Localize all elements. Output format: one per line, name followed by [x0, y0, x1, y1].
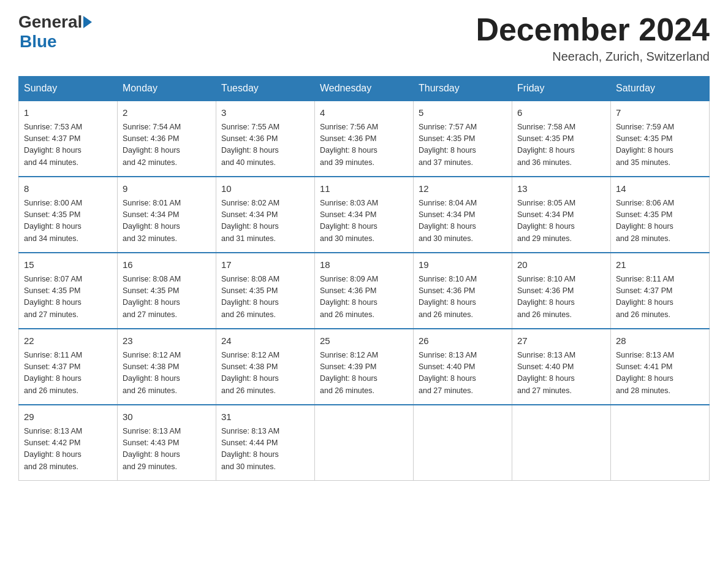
day-number: 18	[320, 258, 408, 272]
logo-blue-text: Blue	[20, 32, 57, 51]
day-cell: 19 Sunrise: 8:10 AM Sunset: 4:36 PM Dayl…	[414, 253, 512, 329]
day-info: Sunrise: 8:11 AM Sunset: 4:37 PM Dayligh…	[24, 350, 112, 397]
logo-arrow-icon	[83, 16, 92, 28]
day-number: 4	[320, 106, 408, 120]
day-info: Sunrise: 8:04 AM Sunset: 4:34 PM Dayligh…	[419, 197, 507, 245]
day-info: Sunrise: 8:08 AM Sunset: 4:35 PM Dayligh…	[123, 274, 211, 321]
day-cell: 12 Sunrise: 8:04 AM Sunset: 4:34 PM Dayl…	[414, 177, 512, 253]
day-number: 21	[616, 258, 704, 272]
day-cell: 13 Sunrise: 8:05 AM Sunset: 4:34 PM Dayl…	[512, 177, 611, 253]
day-number: 28	[616, 334, 704, 348]
day-number: 6	[517, 106, 605, 120]
header-cell-thursday: Thursday	[414, 77, 512, 101]
day-number: 11	[320, 182, 408, 196]
header-cell-sunday: Sunday	[19, 77, 118, 101]
title-block: December 2024 Neerach, Zurich, Switzerla…	[476, 12, 710, 64]
day-number: 13	[517, 182, 605, 196]
day-cell: 9 Sunrise: 8:01 AM Sunset: 4:34 PM Dayli…	[118, 177, 216, 253]
week-row-4: 22 Sunrise: 8:11 AM Sunset: 4:37 PM Dayl…	[19, 329, 710, 405]
day-number: 16	[123, 258, 211, 272]
header-cell-tuesday: Tuesday	[216, 77, 315, 101]
day-info: Sunrise: 8:11 AM Sunset: 4:37 PM Dayligh…	[616, 274, 704, 321]
day-info: Sunrise: 8:09 AM Sunset: 4:36 PM Dayligh…	[320, 274, 408, 321]
day-cell: 4 Sunrise: 7:56 AM Sunset: 4:36 PM Dayli…	[315, 101, 414, 177]
day-info: Sunrise: 8:12 AM Sunset: 4:38 PM Dayligh…	[123, 350, 211, 397]
day-cell: 31 Sunrise: 8:13 AM Sunset: 4:44 PM Dayl…	[216, 405, 315, 481]
day-info: Sunrise: 8:12 AM Sunset: 4:39 PM Dayligh…	[320, 350, 408, 397]
day-cell: 10 Sunrise: 8:02 AM Sunset: 4:34 PM Dayl…	[216, 177, 315, 253]
day-info: Sunrise: 8:12 AM Sunset: 4:38 PM Dayligh…	[221, 350, 309, 397]
day-number: 31	[221, 410, 309, 424]
day-info: Sunrise: 8:10 AM Sunset: 4:36 PM Dayligh…	[517, 274, 605, 321]
day-cell: 8 Sunrise: 8:00 AM Sunset: 4:35 PM Dayli…	[19, 177, 118, 253]
logo: General Blue	[18, 12, 93, 52]
day-number: 24	[221, 334, 309, 348]
location-subtitle: Neerach, Zurich, Switzerland	[476, 50, 710, 64]
day-info: Sunrise: 8:06 AM Sunset: 4:35 PM Dayligh…	[616, 197, 704, 245]
day-number: 17	[221, 258, 309, 272]
day-cell: 1 Sunrise: 7:53 AM Sunset: 4:37 PM Dayli…	[19, 101, 118, 177]
header-row: SundayMondayTuesdayWednesdayThursdayFrid…	[19, 77, 710, 101]
day-cell: 18 Sunrise: 8:09 AM Sunset: 4:36 PM Dayl…	[315, 253, 414, 329]
day-info: Sunrise: 8:13 AM Sunset: 4:43 PM Dayligh…	[123, 426, 211, 473]
day-cell: 22 Sunrise: 8:11 AM Sunset: 4:37 PM Dayl…	[19, 329, 118, 405]
day-info: Sunrise: 8:13 AM Sunset: 4:41 PM Dayligh…	[616, 350, 704, 397]
day-cell: 28 Sunrise: 8:13 AM Sunset: 4:41 PM Dayl…	[611, 329, 710, 405]
day-cell: 27 Sunrise: 8:13 AM Sunset: 4:40 PM Dayl…	[512, 329, 611, 405]
day-info: Sunrise: 7:57 AM Sunset: 4:35 PM Dayligh…	[419, 121, 507, 169]
day-number: 8	[24, 182, 112, 196]
day-info: Sunrise: 8:02 AM Sunset: 4:34 PM Dayligh…	[221, 197, 309, 245]
day-info: Sunrise: 7:59 AM Sunset: 4:35 PM Dayligh…	[616, 121, 704, 169]
day-cell: 15 Sunrise: 8:07 AM Sunset: 4:35 PM Dayl…	[19, 253, 118, 329]
day-info: Sunrise: 8:05 AM Sunset: 4:34 PM Dayligh…	[517, 197, 605, 245]
day-info: Sunrise: 7:53 AM Sunset: 4:37 PM Dayligh…	[24, 121, 112, 169]
day-cell: 24 Sunrise: 8:12 AM Sunset: 4:38 PM Dayl…	[216, 329, 315, 405]
day-cell: 25 Sunrise: 8:12 AM Sunset: 4:39 PM Dayl…	[315, 329, 414, 405]
week-row-2: 8 Sunrise: 8:00 AM Sunset: 4:35 PM Dayli…	[19, 177, 710, 253]
calendar-table: SundayMondayTuesdayWednesdayThursdayFrid…	[18, 76, 710, 481]
header-cell-monday: Monday	[118, 77, 216, 101]
day-number: 27	[517, 334, 605, 348]
day-cell	[512, 405, 611, 481]
day-number: 23	[123, 334, 211, 348]
day-number: 5	[419, 106, 507, 120]
day-number: 2	[123, 106, 211, 120]
header-cell-saturday: Saturday	[611, 77, 710, 101]
day-number: 12	[419, 182, 507, 196]
day-info: Sunrise: 8:13 AM Sunset: 4:44 PM Dayligh…	[221, 426, 309, 473]
day-cell: 26 Sunrise: 8:13 AM Sunset: 4:40 PM Dayl…	[414, 329, 512, 405]
day-cell: 29 Sunrise: 8:13 AM Sunset: 4:42 PM Dayl…	[19, 405, 118, 481]
day-info: Sunrise: 8:07 AM Sunset: 4:35 PM Dayligh…	[24, 274, 112, 321]
header-cell-friday: Friday	[512, 77, 611, 101]
day-cell: 16 Sunrise: 8:08 AM Sunset: 4:35 PM Dayl…	[118, 253, 216, 329]
day-cell	[315, 405, 414, 481]
page-header: General Blue December 2024 Neerach, Zuri…	[18, 12, 710, 64]
header-cell-wednesday: Wednesday	[315, 77, 414, 101]
day-number: 9	[123, 182, 211, 196]
day-number: 1	[24, 106, 112, 120]
day-info: Sunrise: 8:01 AM Sunset: 4:34 PM Dayligh…	[123, 197, 211, 245]
day-number: 19	[419, 258, 507, 272]
day-number: 30	[123, 410, 211, 424]
day-number: 15	[24, 258, 112, 272]
day-cell: 21 Sunrise: 8:11 AM Sunset: 4:37 PM Dayl…	[611, 253, 710, 329]
day-cell: 5 Sunrise: 7:57 AM Sunset: 4:35 PM Dayli…	[414, 101, 512, 177]
day-info: Sunrise: 8:13 AM Sunset: 4:42 PM Dayligh…	[24, 426, 112, 473]
month-title: December 2024	[476, 12, 710, 47]
day-cell: 11 Sunrise: 8:03 AM Sunset: 4:34 PM Dayl…	[315, 177, 414, 253]
week-row-1: 1 Sunrise: 7:53 AM Sunset: 4:37 PM Dayli…	[19, 101, 710, 177]
day-cell: 20 Sunrise: 8:10 AM Sunset: 4:36 PM Dayl…	[512, 253, 611, 329]
day-info: Sunrise: 8:00 AM Sunset: 4:35 PM Dayligh…	[24, 197, 112, 245]
day-number: 29	[24, 410, 112, 424]
day-info: Sunrise: 8:10 AM Sunset: 4:36 PM Dayligh…	[419, 274, 507, 321]
day-info: Sunrise: 8:13 AM Sunset: 4:40 PM Dayligh…	[419, 350, 507, 397]
day-info: Sunrise: 8:13 AM Sunset: 4:40 PM Dayligh…	[517, 350, 605, 397]
day-cell: 7 Sunrise: 7:59 AM Sunset: 4:35 PM Dayli…	[611, 101, 710, 177]
day-number: 14	[616, 182, 704, 196]
day-number: 22	[24, 334, 112, 348]
day-cell: 6 Sunrise: 7:58 AM Sunset: 4:35 PM Dayli…	[512, 101, 611, 177]
week-row-5: 29 Sunrise: 8:13 AM Sunset: 4:42 PM Dayl…	[19, 405, 710, 481]
day-cell: 14 Sunrise: 8:06 AM Sunset: 4:35 PM Dayl…	[611, 177, 710, 253]
calendar-header: SundayMondayTuesdayWednesdayThursdayFrid…	[19, 77, 710, 101]
day-cell: 3 Sunrise: 7:55 AM Sunset: 4:36 PM Dayli…	[216, 101, 315, 177]
